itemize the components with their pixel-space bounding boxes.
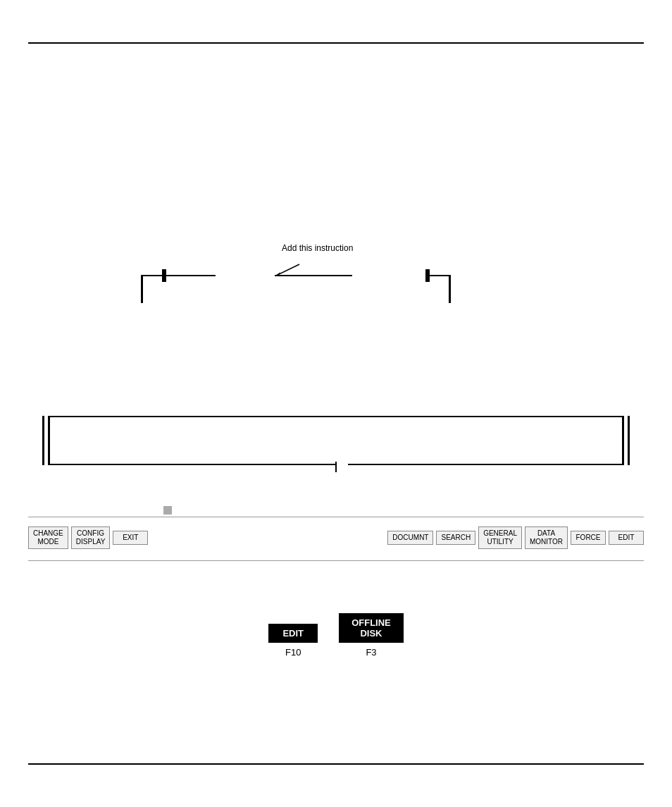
left-rail-inner (48, 416, 50, 465)
right-rail-top-wire (428, 275, 449, 276)
left-rail-outer (42, 416, 44, 465)
bottom-wire-right (348, 464, 622, 465)
wire-middle (275, 275, 352, 276)
data-monitor-button[interactable]: DATA MONITOR (525, 526, 568, 549)
exit-button[interactable]: EXIT (113, 531, 148, 545)
small-indicator-square (163, 506, 172, 515)
edit-mode-indicator: EDIT F10 (268, 624, 318, 658)
wire-left (166, 275, 216, 276)
mode-section: EDIT F10 OFFLINE DISK F3 (0, 613, 672, 658)
force-button[interactable]: FORCE (571, 531, 606, 545)
right-rail-outer (628, 416, 630, 465)
right-rail (449, 275, 451, 303)
document-button[interactable]: DOCUMNT (387, 531, 433, 545)
left-rail (141, 275, 143, 303)
ladder-rung-top (141, 268, 451, 310)
search-button[interactable]: SEARCH (436, 531, 475, 545)
change-mode-button[interactable]: CHANGE MODE (28, 526, 68, 549)
annotation-text: Add this instruction (282, 243, 353, 253)
top-rule (28, 42, 644, 44)
bottom-wire-left (50, 464, 336, 465)
toolbar-separator-top (28, 517, 644, 517)
edit-mode-label: EDIT (268, 624, 318, 643)
edit-button[interactable]: EDIT (609, 531, 644, 545)
bottom-rule (28, 763, 644, 765)
edit-mode-key: F10 (285, 647, 301, 658)
ladder-rung-bottom (42, 416, 630, 472)
config-display-button[interactable]: CONFIG DISPLAY (71, 526, 111, 549)
toolbar: CHANGE MODE CONFIG DISPLAY EXIT DOCUMNT … (28, 522, 644, 553)
right-rail-inner (622, 416, 624, 465)
toolbar-separator-bottom (28, 560, 644, 561)
center-vertical-indicator (335, 462, 337, 472)
offline-disk-label: OFFLINE DISK (339, 613, 404, 643)
offline-disk-key: F3 (366, 647, 376, 658)
general-utility-button[interactable]: GENERAL UTILITY (478, 526, 522, 549)
offline-disk-indicator: OFFLINE DISK F3 (339, 613, 404, 658)
top-wire (50, 416, 622, 417)
mode-buttons-row: EDIT F10 OFFLINE DISK F3 (268, 613, 404, 658)
left-rail-top-wire (143, 275, 164, 276)
